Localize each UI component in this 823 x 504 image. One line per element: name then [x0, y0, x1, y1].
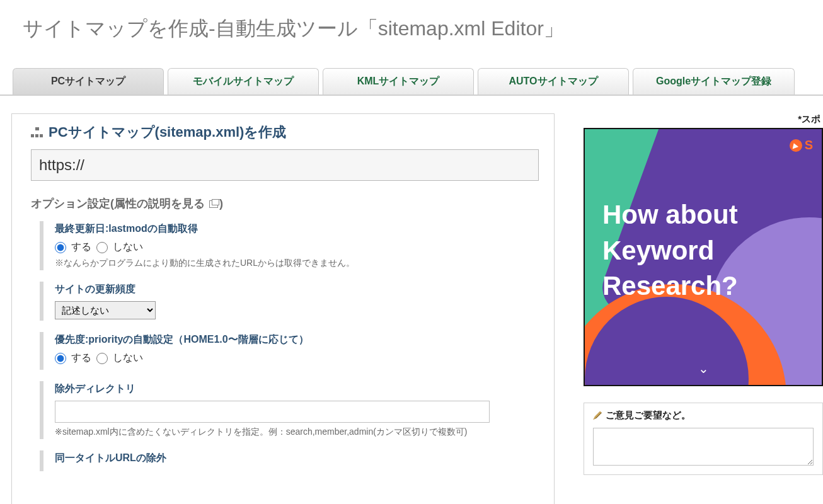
exclude-dir-note: ※sitemap.xml内に含めたくないディレクトリを指定。例：search,m… — [55, 427, 539, 438]
tab-auto-sitemap[interactable]: AUTOサイトマップ — [478, 68, 629, 94]
option-priority-title: 優先度:priorityの自動設定（HOME1.0〜階層に応じて） — [55, 333, 539, 346]
option-frequency: サイトの更新頻度 記述しない — [40, 282, 539, 321]
options-attr-link[interactable]: 属性の説明を見る — [114, 197, 205, 210]
flame-icon — [790, 139, 802, 152]
lastmod-no-label: しない — [113, 241, 143, 254]
ad-banner[interactable]: S How about Keyword Research? ⌄ — [584, 128, 823, 386]
option-frequency-title: サイトの更新頻度 — [55, 283, 539, 296]
page-title: サイトマップを作成-自動生成ツール「sitemap.xml Editor」 — [0, 0, 823, 68]
right-column: *スポ S How about Keyword Research? ⌄ ご意見ご… — [584, 113, 823, 475]
option-exclude-dir: 除外ディレクトリ ※sitemap.xml内に含めたくないディレクトリを指定。例… — [40, 381, 539, 439]
options-heading-suffix: ) — [219, 197, 223, 210]
tab-mobile-sitemap[interactable]: モバイルサイトマップ — [168, 68, 319, 94]
option-lastmod-title: 最終更新日:lastmodの自動取得 — [55, 222, 539, 236]
option-same-title: 同一タイトルURLの除外 — [40, 450, 539, 471]
tab-google-register[interactable]: Googleサイトマップ登録 — [633, 68, 795, 94]
lastmod-yes-label: する — [71, 241, 91, 254]
external-link-icon — [209, 200, 218, 208]
option-same-title-heading: 同一タイトルURLの除外 — [55, 452, 539, 465]
priority-no-label: しない — [113, 352, 143, 365]
lastmod-note: ※なんらかプログラムにより動的に生成されたURLからは取得できません。 — [55, 258, 539, 269]
lastmod-radio-yes[interactable] — [55, 242, 66, 253]
ad-brand-letter: S — [805, 138, 813, 152]
pencil-icon — [593, 411, 602, 420]
url-input[interactable] — [31, 149, 539, 181]
sitemap-icon — [31, 127, 43, 137]
main-panel: PCサイトマップ(sitemap.xml)を作成 オプション設定(属性の説明を見… — [11, 113, 555, 504]
priority-radio-yes[interactable] — [55, 353, 66, 364]
option-exclude-title: 除外ディレクトリ — [55, 382, 539, 396]
feedback-panel: ご意見ご要望など。 — [584, 403, 823, 475]
tab-pc-sitemap[interactable]: PCサイトマップ — [13, 68, 164, 94]
chevron-down-icon: ⌄ — [698, 361, 709, 376]
section-heading-text: PCサイトマップ(sitemap.xml)を作成 — [49, 123, 286, 142]
options-heading-prefix: オプション設定( — [31, 197, 114, 210]
options-heading: オプション設定(属性の説明を見る ) — [31, 196, 539, 211]
tab-kml-sitemap[interactable]: KMLサイトマップ — [323, 68, 474, 94]
ad-headline-line3: Research? — [602, 268, 738, 304]
option-lastmod: 最終更新日:lastmodの自動取得 する しない ※なんらかプログラムにより動… — [40, 221, 539, 270]
ad-headline-line2: Keyword — [602, 233, 738, 269]
feedback-heading: ご意見ご要望など。 — [606, 410, 691, 421]
option-priority: 優先度:priorityの自動設定（HOME1.0〜階層に応じて） する しない — [40, 332, 539, 370]
priority-yes-label: する — [71, 352, 91, 365]
ad-brand-logo: S — [790, 138, 813, 152]
feedback-textarea[interactable] — [593, 428, 814, 466]
tab-bar: PCサイトマップ モバイルサイトマップ KMLサイトマップ AUTOサイトマップ… — [0, 68, 823, 96]
frequency-select[interactable]: 記述しない — [55, 301, 156, 319]
ad-headline-line1: How about — [602, 197, 738, 233]
sponsor-label: *スポ — [584, 113, 823, 125]
ad-headline: How about Keyword Research? — [602, 197, 738, 304]
lastmod-radio-no[interactable] — [96, 242, 108, 253]
priority-radio-no[interactable] — [96, 353, 108, 364]
exclude-dir-input[interactable] — [55, 401, 490, 423]
section-heading: PCサイトマップ(sitemap.xml)を作成 — [31, 123, 539, 142]
